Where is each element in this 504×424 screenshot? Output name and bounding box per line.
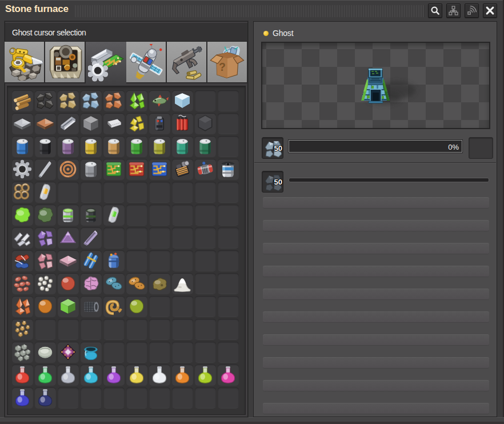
svg-text:?: ? — [218, 60, 225, 73]
